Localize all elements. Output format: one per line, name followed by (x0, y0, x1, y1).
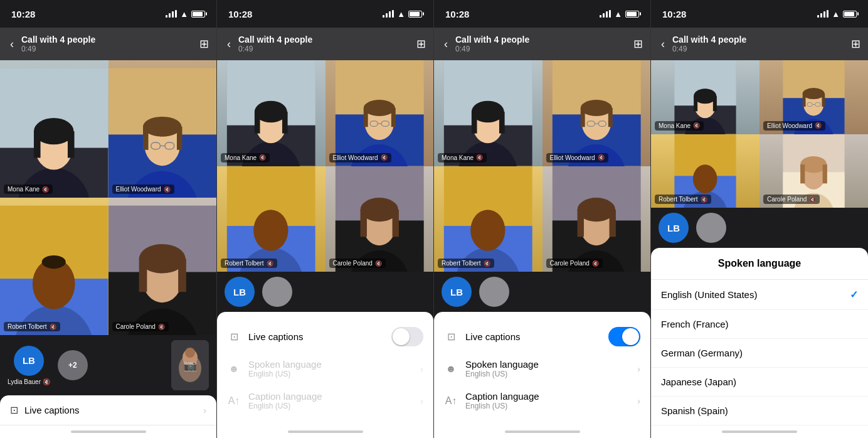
caption-lang-chevron-2: › (420, 396, 423, 406)
svg-point-57 (253, 210, 288, 251)
call-header-3: ‹ Call with 4 people 0:49 ⊞ (434, 28, 650, 60)
avatar-row-1: LB Lydia Bauer 🔇 +2 📷 (0, 335, 216, 395)
call-info-4: Call with 4 people 0:49 (672, 35, 846, 53)
video-cell-elliot-2: Elliot Woodward🔇 (326, 60, 434, 166)
spoken-lang-content-2: Spoken language English (US) (248, 359, 413, 378)
call-title-1: Call with 4 people (21, 35, 194, 45)
live-captions-settings-row-3[interactable]: ⊡ Live captions (434, 321, 650, 353)
live-captions-content-3: Live captions (465, 331, 601, 342)
live-captions-row-1[interactable]: ⊡ Live captions › (0, 395, 216, 425)
home-indicator-1 (0, 425, 216, 438)
mute-icon-elliot-1: 🔇 (164, 186, 171, 193)
live-captions-settings-row-2[interactable]: ⊡ Live captions (217, 321, 433, 353)
live-captions-content-2: Live captions (248, 331, 384, 342)
mute-icon-robert-1: 🔇 (50, 324, 56, 330)
chevron-1: › (203, 405, 206, 415)
name-robert-2: Robert Tolbert (225, 260, 264, 267)
avatar-col-gray-2 (262, 277, 292, 307)
live-captions-label-3: Live captions (465, 331, 601, 342)
language-label-french: French (France) (661, 319, 729, 329)
video-grid-2: Mona Kane🔇 Elliot Woodward🔇 Robert Tolbe… (217, 60, 433, 272)
language-item-german[interactable]: German (Germany) (651, 339, 868, 368)
caption-lang-icon-3: A↑ (444, 395, 458, 407)
video-cell-elliot-3: Elliot Woodward🔇 (542, 60, 651, 166)
bottom-section-3: ⊡ Live captions ☻ Spoken language Englis… (434, 312, 650, 438)
participants-button-4[interactable]: ⊞ (851, 37, 860, 51)
spoken-lang-content-3: Spoken language English (US) (465, 359, 630, 378)
name-badge-mona-4: Mona Kane🔇 (655, 121, 704, 131)
name-badge-elliot-2: Elliot Woodward🔇 (329, 153, 391, 163)
status-bar-1: 10:28 ▲ (0, 0, 216, 28)
name-badge-robert-3: Robert Tolbert🔇 (438, 259, 494, 268)
svg-rect-15 (177, 127, 182, 150)
svg-point-34 (185, 348, 195, 358)
caption-lang-chevron-3: › (637, 396, 640, 406)
live-captions-toggle-2[interactable] (391, 327, 423, 346)
call-header-1: ‹ Call with 4 people 0:49 ⊞ (0, 28, 216, 60)
avatar-col-camera: 📷 (171, 340, 209, 390)
name-badge-carole-3: Carole Poland🔇 (546, 259, 603, 268)
wifi-icon-3: ▲ (614, 9, 622, 19)
video-cell-robert-1: Robert Tolbert 🔇 (0, 198, 109, 335)
svg-point-108 (803, 88, 825, 99)
svg-rect-14 (143, 127, 148, 150)
name-carole-3: Carole Poland (550, 260, 590, 267)
toggle-thumb-2 (393, 328, 410, 345)
svg-rect-123 (800, 164, 805, 183)
call-title-2: Call with 4 people (238, 35, 411, 45)
back-button-2[interactable]: ‹ (225, 35, 233, 53)
avatar-col-lb-3: LB (442, 277, 472, 307)
status-time-2: 10:28 (228, 9, 252, 19)
name-badge-elliot-3: Elliot Woodward🔇 (546, 153, 608, 163)
caption-language-row-3[interactable]: A↑ Caption language English (US) › (434, 385, 650, 417)
back-button-1[interactable]: ‹ (8, 35, 16, 53)
spoken-language-row-3[interactable]: ☻ Spoken language English (US) › (434, 353, 650, 385)
video-cell-carole-1: Carole Poland 🔇 (109, 198, 217, 335)
name-mona-3: Mona Kane (442, 154, 474, 161)
phone-panel-4: 10:28 ▲ ‹ Call with 4 people 0:49 ⊞ Mona… (651, 0, 868, 438)
battery-icon-2 (408, 11, 422, 18)
live-captions-toggle-3[interactable] (608, 327, 640, 346)
home-bar-4 (722, 430, 797, 433)
participants-button-1[interactable]: ⊞ (199, 37, 209, 51)
call-title-4: Call with 4 people (672, 35, 846, 45)
name-badge-robert-2: Robert Tolbert🔇 (221, 259, 277, 268)
status-bar-3: 10:28 ▲ (434, 0, 650, 28)
spoken-lang-icon-3: ☻ (444, 363, 458, 375)
svg-rect-101 (694, 96, 697, 111)
video-cell-carole-2: Carole Poland🔇 (326, 166, 434, 272)
avatar-col-lb-4: LB (659, 213, 689, 243)
avatar-col-lb-2: LB (225, 277, 255, 307)
svg-rect-109 (803, 93, 806, 107)
language-item-spanish[interactable]: Spanish (Spain) (651, 397, 868, 425)
name-badge-carole-4: Carole Poland🔇 (763, 195, 820, 204)
back-button-4[interactable]: ‹ (659, 35, 667, 53)
back-button-3[interactable]: ‹ (442, 35, 450, 53)
caption-language-row-2: A↑ Caption language English (US) › (217, 385, 433, 417)
participants-button-2[interactable]: ⊞ (416, 37, 426, 51)
status-time-1: 10:28 (11, 9, 35, 19)
language-item-japanese[interactable]: Japanese (Japan) (651, 368, 868, 397)
svg-point-13 (143, 117, 181, 137)
caption-icon-1: ⊡ (10, 404, 18, 416)
svg-rect-30 (178, 259, 186, 292)
battery-icon-1 (191, 11, 205, 18)
name-carole-4: Carole Poland (767, 196, 807, 203)
language-label-german: German (Germany) (661, 348, 743, 358)
avatar-row-4: LB (651, 208, 868, 248)
caption-lang-label-2: Caption language (248, 391, 413, 402)
language-item-french[interactable]: French (France) (651, 310, 868, 339)
spoken-lang-value-3: English (US) (465, 370, 630, 378)
svg-rect-29 (139, 259, 147, 292)
participants-button-3[interactable]: ⊞ (633, 37, 643, 51)
status-icons-1: ▲ (166, 9, 205, 19)
svg-rect-94 (609, 210, 615, 237)
name-badge-carole-2: Carole Poland🔇 (329, 259, 386, 268)
spoken-lang-value-2: English (US) (248, 370, 413, 378)
camera-preview: 📷 (171, 340, 209, 390)
svg-point-117 (693, 164, 717, 193)
call-info-1: Call with 4 people 0:49 (21, 35, 194, 53)
avatar-plus: +2 (58, 350, 88, 380)
language-label-japanese: Japanese (Japan) (661, 377, 736, 387)
language-item-english[interactable]: English (United States) ✓ (651, 280, 868, 310)
